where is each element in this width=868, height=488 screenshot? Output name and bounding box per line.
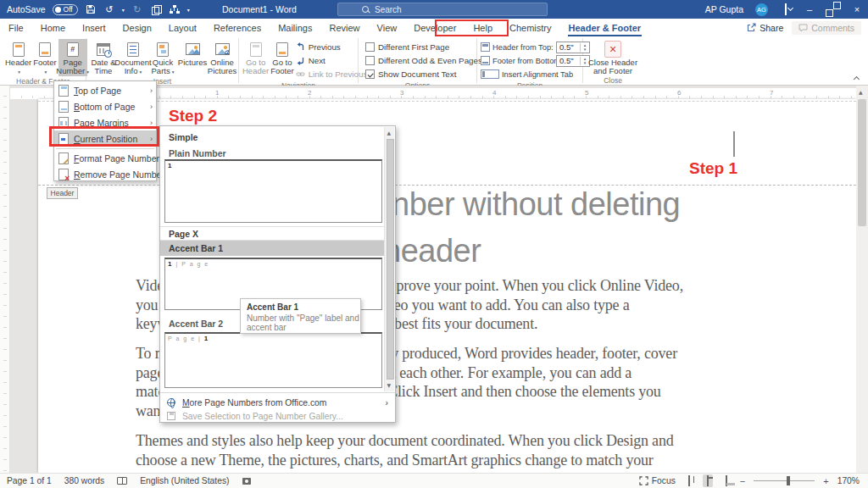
tab-header-footer[interactable]: Header & Footer: [560, 19, 650, 36]
submenu-arrow-icon: ›: [386, 398, 388, 408]
menu-item-top-of-page[interactable]: Top of Page ›: [54, 82, 156, 98]
focus-button[interactable]: Focus: [639, 476, 676, 485]
gallery-item-plain-number[interactable]: Plain Number: [169, 148, 226, 158]
tooltip-title: Accent Bar 1: [247, 302, 354, 312]
undo-button[interactable]: ↺: [103, 3, 115, 15]
search-input[interactable]: Search: [337, 3, 548, 16]
quick-parts-button[interactable]: Quick Parts▾: [148, 39, 177, 76]
footer-button[interactable]: Footer ▾: [33, 39, 56, 76]
search-icon: [362, 6, 369, 13]
org-share-icon[interactable]: [169, 3, 181, 15]
close-button[interactable]: ×: [851, 4, 863, 14]
web-layout-button[interactable]: [721, 474, 732, 487]
share-button[interactable]: Share: [747, 23, 783, 33]
print-layout-button[interactable]: [703, 474, 713, 487]
tab-view[interactable]: View: [369, 19, 406, 36]
gallery-section-page-x: Page X: [160, 226, 386, 241]
save-selection-item: Save Selection to Page Number Gallery...: [160, 409, 395, 423]
collapse-ribbon-icon[interactable]: [854, 75, 860, 81]
previous-button[interactable]: Previous: [296, 41, 368, 53]
page-number-button[interactable]: # Page Number▾: [58, 39, 87, 76]
ribbon-display-options-icon[interactable]: [780, 4, 792, 14]
macro-record-icon[interactable]: [242, 478, 251, 485]
go-to-footer-button[interactable]: Go to Footer: [270, 39, 293, 75]
group-insert: Date & Time Document Info▾ Quick Parts▾ …: [86, 36, 238, 85]
date-time-button[interactable]: Date & Time: [89, 39, 118, 75]
tab-layout[interactable]: Layout: [160, 19, 205, 36]
autosave-state: Off: [64, 5, 73, 14]
checkbox-checked-icon: [365, 69, 375, 79]
scroll-down-icon[interactable]: ▼: [387, 382, 392, 388]
more-page-numbers-item[interactable]: More Page Numbers from Office.com ›: [160, 396, 395, 409]
page-indicator[interactable]: Page 1 of 1: [7, 476, 52, 485]
share-icon: [747, 23, 756, 32]
pictures-button[interactable]: Pictures: [178, 39, 207, 75]
header-icon: [13, 40, 25, 58]
online-pictures-button[interactable]: Online Pictures: [208, 39, 236, 75]
menu-item-remove-page-numbers[interactable]: Remove Page Numbers: [54, 166, 156, 182]
vertical-scrollbar[interactable]: ▲: [856, 86, 868, 473]
gallery-item-accent-bar-2[interactable]: Accent Bar 2: [169, 319, 223, 329]
autosave-toggle[interactable]: Off: [53, 4, 78, 15]
save-icon[interactable]: [85, 3, 97, 15]
user-name[interactable]: AP Gupta: [705, 4, 743, 14]
show-document-text-checkbox[interactable]: Show Document Text: [365, 68, 456, 80]
tab-design[interactable]: Design: [114, 19, 160, 36]
tab-chemistry[interactable]: Chemistry: [501, 19, 560, 36]
annotation-step-1: Step 1: [689, 159, 737, 178]
tab-file[interactable]: File: [0, 19, 32, 36]
read-mode-icon: [688, 475, 690, 486]
avatar[interactable]: AG: [755, 3, 768, 16]
close-header-footer-button[interactable]: × Close Header and Footer: [586, 39, 640, 75]
zoom-slider[interactable]: [754, 480, 815, 482]
zoom-in-button[interactable]: +: [823, 476, 828, 486]
menu-item-format-page-numbers[interactable]: Format Page Numbers...: [54, 150, 156, 166]
document-info-icon: [127, 40, 139, 58]
customize-qat-icon[interactable]: ▾: [187, 7, 190, 13]
touch-mouse-mode-icon[interactable]: [150, 3, 162, 15]
tab-review[interactable]: Review: [321, 19, 369, 36]
remove-page-numbers-icon: [58, 169, 69, 180]
word-count[interactable]: 380 words: [64, 476, 105, 485]
menu-item-bottom-of-page[interactable]: Bottom of Page ›: [54, 98, 156, 114]
different-odd-even-checkbox[interactable]: Different Odd & Even Pages: [365, 54, 482, 67]
print-layout-icon: [707, 475, 709, 486]
document-info-button[interactable]: Document Info▾: [119, 39, 147, 76]
language-indicator[interactable]: English (United States): [140, 476, 229, 485]
scrollbar-thumb[interactable]: [387, 139, 394, 380]
online-pictures-icon: [215, 40, 230, 58]
group-label-close: Close: [583, 75, 643, 86]
focus-icon: [639, 476, 648, 485]
read-mode-button[interactable]: [684, 474, 694, 487]
undo-dropdown-icon[interactable]: ▾: [122, 7, 125, 13]
scrollbar-thumb[interactable]: [858, 99, 866, 226]
group-header-footer: Header ▾ Footer ▾ # Page Number▾ Header …: [0, 36, 86, 85]
proofing-icon[interactable]: [117, 477, 127, 485]
submenu-arrow-icon: ›: [150, 86, 153, 95]
header-from-top-icon: [481, 42, 490, 52]
accent-bar-2-preview[interactable]: P a g e | 1: [164, 332, 382, 388]
insert-alignment-tab-button[interactable]: Insert Alignment Tab: [481, 68, 573, 80]
tab-mailings[interactable]: Mailings: [270, 19, 320, 36]
header-from-top-row: Header from Top: 0.5" ▴▾: [481, 41, 590, 53]
different-first-page-checkbox[interactable]: Different First Page: [365, 41, 449, 53]
zoom-slider-thumb[interactable]: [787, 476, 790, 485]
go-to-header-button: Go to Header: [242, 39, 269, 75]
tab-home[interactable]: Home: [32, 19, 74, 36]
annotation-box-header-footer-tab: [435, 19, 509, 36]
next-button[interactable]: Next: [296, 54, 368, 67]
scroll-up-icon[interactable]: ▲: [859, 89, 863, 95]
minimize-button[interactable]: –: [804, 4, 815, 14]
gallery-scrollbar[interactable]: ▲ ▼: [384, 127, 394, 391]
tab-references[interactable]: References: [205, 19, 270, 36]
page-number-gallery: Simple Plain Number 1 Page X Accent Bar …: [159, 125, 396, 423]
tab-insert[interactable]: Insert: [74, 19, 114, 36]
go-to-header-icon: [250, 40, 262, 58]
group-navigation: Go to Header Go to Footer Previous Next: [239, 36, 358, 85]
zoom-out-button[interactable]: −: [740, 476, 745, 486]
header-button[interactable]: Header ▾: [5, 39, 31, 76]
scroll-up-icon[interactable]: ▲: [387, 130, 392, 136]
zoom-level[interactable]: 170%: [837, 476, 860, 485]
gallery-item-accent-bar-1[interactable]: Accent Bar 1: [160, 241, 386, 256]
plain-number-preview[interactable]: 1: [164, 159, 382, 223]
